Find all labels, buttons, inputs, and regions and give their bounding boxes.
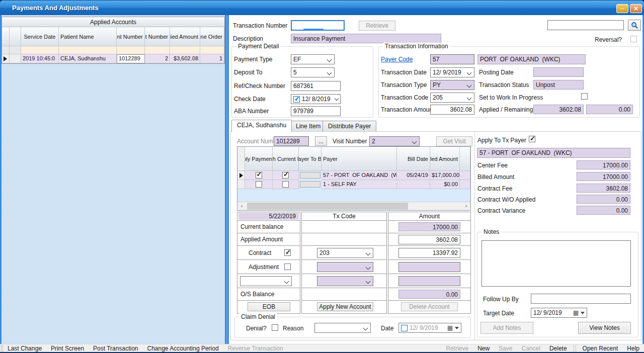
denial-date-picker[interactable]: 12/ 9/2019 ▦: [398, 323, 461, 333]
col-visit-number[interactable]: Visit Number: [145, 27, 170, 46]
scroll-left-icon[interactable]: ‹: [237, 202, 246, 210]
col-payer[interactable]: Payer: [321, 147, 397, 171]
payer-row[interactable]: 57 - PORT OF OAKLAND (WK 05/24/19 $17,00…: [237, 171, 470, 180]
search-button[interactable]: [628, 20, 641, 31]
patient-tab-page: Account Number 1012289 ... Visit Number …: [230, 131, 641, 340]
transaction-code-combo[interactable]: 205: [430, 93, 474, 103]
col-applied-amount[interactable]: Applied Amount: [170, 27, 200, 46]
notes-textarea[interactable]: [481, 240, 631, 287]
search-input[interactable]: [547, 20, 624, 30]
apply-payment-checkbox[interactable]: [256, 181, 262, 188]
cell-visit-number[interactable]: 2: [145, 54, 170, 63]
deposit-to-combo[interactable]: 5: [291, 67, 335, 77]
payer-cell[interactable]: 1 - SELF PAY: [321, 180, 397, 189]
transaction-date-label: Transaction Date: [381, 69, 427, 76]
cell-account-number[interactable]: 1012289: [117, 54, 145, 63]
contract-checkbox[interactable]: [284, 249, 291, 256]
filter-row[interactable]: [2, 46, 224, 54]
scroll-right-icon[interactable]: ›: [462, 202, 470, 210]
denial-date-checkbox[interactable]: [401, 325, 408, 331]
col-service-date[interactable]: Service Date: [21, 27, 59, 46]
tab-line-item[interactable]: Line Item: [290, 121, 326, 132]
apply-payment-checkbox[interactable]: [256, 172, 262, 179]
check-date-checkbox[interactable]: [293, 96, 300, 103]
scrollbar-thumb[interactable]: [247, 203, 408, 210]
bill-date-cell[interactable]: [397, 180, 430, 189]
aba-input[interactable]: 979789: [291, 106, 341, 116]
transaction-amount-input[interactable]: 3602.08: [430, 105, 474, 115]
cell-applied-amount[interactable]: $3,602.08: [170, 54, 200, 63]
contract-amount-input[interactable]: 13397.92: [398, 248, 460, 258]
eob-button[interactable]: EOB: [248, 302, 290, 311]
billed-amount-cell[interactable]: $0.00: [430, 180, 460, 189]
adjustment-txcode-combo[interactable]: [317, 262, 373, 272]
adjustment-checkbox[interactable]: [284, 263, 291, 270]
view-notes-button[interactable]: View Notes: [578, 322, 631, 334]
billed-amount-cell[interactable]: $17,000.00: [430, 171, 460, 180]
panel-splitter[interactable]: [225, 15, 229, 344]
cell-service-date[interactable]: 2019 10:45:0: [21, 54, 59, 63]
amount-header: Amount: [388, 212, 470, 221]
reason-combo[interactable]: [314, 323, 371, 333]
apply-new-account-button[interactable]: Apply New Account: [317, 302, 373, 311]
center-fee-label: Center Fee: [477, 162, 508, 169]
payment-type-combo[interactable]: EF: [291, 54, 335, 64]
reversal-checkbox[interactable]: [630, 36, 637, 42]
extra-txcode-combo[interactable]: [317, 276, 373, 286]
adjustment-amount-field[interactable]: [398, 262, 460, 272]
switch-payer-checkbox[interactable]: [282, 181, 289, 188]
extra-amount-field[interactable]: [398, 276, 460, 286]
ref-check-input[interactable]: 687361: [291, 81, 341, 91]
tab-patient[interactable]: CEJA, Sudhanshu: [231, 120, 292, 132]
col-payer-to-bill[interactable]: Payer To Bill: [299, 147, 321, 171]
contract-txcode-combo[interactable]: 203: [317, 248, 373, 258]
delete-button[interactable]: Delete: [545, 345, 572, 352]
transaction-type-combo[interactable]: PY: [430, 80, 474, 90]
transaction-date-combo[interactable]: 12/ 9/2019: [430, 67, 474, 77]
table-row[interactable]: 2019 10:45:0 CEJA, Sudhanshu 1012289 2 $…: [2, 54, 224, 63]
new-button[interactable]: New: [473, 345, 494, 352]
denial-checkbox[interactable]: [272, 324, 278, 331]
minimize-button[interactable]: ─: [616, 4, 628, 13]
print-screen-button[interactable]: Print Screen: [46, 345, 89, 352]
payer-to-bill-cell[interactable]: [300, 181, 320, 188]
payer-row[interactable]: 1 - SELF PAY $0.00: [237, 180, 470, 189]
description-field[interactable]: Insurance Payment: [291, 34, 441, 43]
payer-to-bill-cell[interactable]: [300, 172, 320, 179]
change-accounting-period-button[interactable]: Change Accounting Period: [142, 345, 223, 352]
payer-code-link[interactable]: Payer Code: [381, 56, 413, 63]
col-bill-date[interactable]: Bill Date: [397, 147, 430, 171]
payer-cell[interactable]: 57 - PORT OF OAKLAND (WK: [321, 171, 397, 180]
ref-check-label: Ref/Check Number: [234, 82, 285, 90]
col-eob-line-order[interactable]: EOB Line Order: [200, 27, 224, 46]
extra-type-combo[interactable]: [240, 276, 292, 286]
payer-code-field: 57: [430, 54, 474, 64]
applied-amount-input[interactable]: 3602.08: [398, 235, 460, 244]
account-lookup-button[interactable]: ...: [315, 136, 327, 146]
open-recent-button[interactable]: Open Recent: [578, 345, 623, 352]
col-account-number[interactable]: Account Number: [117, 27, 145, 46]
transaction-number-input[interactable]: 430327: [291, 20, 345, 31]
check-date-picker[interactable]: 12/ 8/2019: [291, 94, 341, 104]
col-switch-current-payer[interactable]: Switch Current Payer: [273, 147, 299, 171]
cell-eob-line-order[interactable]: 1: [200, 54, 224, 63]
visit-number-combo[interactable]: 2: [369, 136, 420, 146]
apply-to-tx-payer-checkbox[interactable]: [529, 136, 535, 142]
col-billed-amount[interactable]: Billed Amount: [430, 147, 460, 171]
horizontal-scrollbar[interactable]: ‹ ›: [237, 202, 470, 210]
last-change-button[interactable]: Last Change: [3, 345, 46, 352]
cell-patient-name[interactable]: CEJA, Sudhanshu: [59, 54, 117, 63]
payment-detail-title: Payment Detail: [236, 43, 281, 50]
target-date-picker[interactable]: 12/ 9/2019 ▦: [531, 308, 587, 318]
col-apply-payment-to[interactable]: Apply Payment To: [245, 147, 273, 171]
tab-distribute-payer[interactable]: Distribute Payer: [323, 121, 376, 132]
applied-amount-label: Applied Amount: [240, 236, 283, 243]
switch-payer-checkbox[interactable]: [282, 172, 289, 179]
wip-checkbox[interactable]: [581, 93, 588, 100]
post-transaction-button[interactable]: Post Transaction: [89, 345, 142, 352]
col-patient-name[interactable]: Patient Name: [59, 27, 117, 46]
follow-up-by-input[interactable]: [531, 294, 631, 304]
help-button[interactable]: Help: [622, 345, 644, 352]
close-button[interactable]: ✕: [630, 4, 642, 13]
bill-date-cell[interactable]: 05/24/19: [397, 171, 430, 180]
